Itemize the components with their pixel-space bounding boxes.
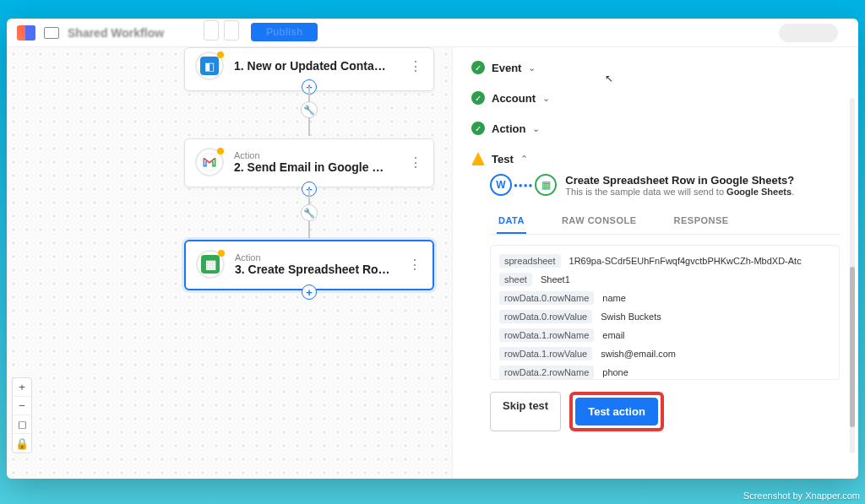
node-title: 3. Create Spreadsheet Ro…: [235, 263, 397, 276]
path-settings-icon[interactable]: 🔧: [301, 204, 318, 221]
app-logo-icon: [17, 25, 35, 41]
node-app-icon: [195, 148, 224, 176]
toolbar-tab[interactable]: [204, 20, 219, 41]
workflow-canvas[interactable]: ◧ 1. New or Updated Conta… ⋮ + 🔧 Action: [7, 47, 453, 479]
workflow-title: Shared Workflow: [68, 26, 164, 40]
sheets-icon: ▦: [201, 255, 220, 274]
data-row: rowData.1.rowValueswish@email.com: [499, 347, 830, 360]
section-test[interactable]: Test ⌃: [453, 144, 858, 174]
test-action-button[interactable]: Test action: [575, 398, 658, 425]
scrollbar-thumb[interactable]: [850, 267, 855, 427]
section-label: Action: [492, 122, 525, 135]
node-menu-icon[interactable]: ⋮: [407, 257, 422, 273]
section-label: Event: [492, 62, 521, 74]
tab-response[interactable]: RESPONSE: [672, 209, 731, 234]
zoom-in-button[interactable]: +: [13, 378, 31, 397]
check-icon: ✓: [471, 91, 485, 105]
target-app-icon: ▦: [535, 174, 557, 196]
test-heading: Create Spreadsheet Row in Google Sheets?: [565, 174, 794, 187]
app-window: Shared Workflow Publish ◧ 1. New or Upda…: [7, 19, 858, 479]
menu-icon[interactable]: [44, 27, 59, 39]
step-config-panel: ✓ Event ⌄ ✓ Account ⌄ ✓ Action ⌄ Test ⌃: [453, 47, 858, 479]
node-menu-icon[interactable]: ⋮: [408, 154, 423, 171]
data-row: rowData.0.rowValueSwish Buckets: [499, 310, 830, 323]
chevron-down-icon: ⌄: [542, 93, 550, 104]
toggle-switch[interactable]: [779, 24, 838, 42]
data-row: sheetSheet1: [499, 273, 830, 286]
source-app-icon: W: [490, 174, 512, 196]
annotation-highlight: Test action: [569, 392, 664, 431]
tab-raw-console[interactable]: RAW CONSOLE: [560, 209, 639, 234]
primary-button[interactable]: Publish: [251, 23, 318, 41]
chevron-down-icon: ⌄: [532, 123, 540, 134]
workflow-node-action-sheets[interactable]: ▦ Action 3. Create Spreadsheet Ro… ⋮: [184, 240, 434, 290]
zoom-controls: + − ◻ 🔒: [12, 377, 32, 453]
node-title: 2. Send Email in Google …: [234, 160, 398, 174]
test-actions: Skip test Test action: [490, 392, 840, 431]
toolbar-tab[interactable]: [224, 20, 239, 41]
section-label: Account: [492, 92, 536, 105]
tab-data[interactable]: DATA: [497, 209, 526, 234]
panel-scrollbar[interactable]: [850, 98, 855, 453]
data-row: rowData.0.rowNamename: [499, 291, 830, 305]
test-section-body: W ●●●● ▦ Create Spreadsheet Row in Googl…: [453, 174, 858, 438]
check-icon: ✓: [471, 122, 485, 135]
node-app-icon: ◧: [195, 51, 224, 80]
toolbar-tabs: [204, 20, 239, 41]
node-type-label: Action: [234, 150, 398, 160]
node-type-label: Action: [235, 252, 397, 263]
node-title: 1. New or Updated Conta…: [234, 59, 398, 73]
zoom-out-button[interactable]: −: [13, 397, 31, 415]
check-icon: ✓: [471, 61, 485, 74]
app-icon: ◧: [200, 57, 219, 75]
data-row: rowData.1.rowNameemail: [499, 328, 830, 342]
path-settings-icon[interactable]: 🔧: [301, 101, 318, 118]
skip-test-button[interactable]: Skip test: [490, 392, 561, 431]
data-row: spreadsheet1R69pa-SCdr5EUhFnFwqf4gvctbPH…: [499, 254, 830, 268]
app-chain-icon: W ●●●● ▦: [490, 174, 557, 196]
chevron-down-icon: ⌄: [528, 62, 536, 73]
node-menu-icon[interactable]: ⋮: [408, 58, 423, 74]
warning-icon: [471, 152, 485, 165]
section-account[interactable]: ✓ Account ⌄: [453, 83, 858, 113]
section-action[interactable]: ✓ Action ⌄: [453, 113, 858, 144]
data-preview[interactable]: spreadsheet1R69pa-SCdr5EUhFnFwqf4gvctbPH…: [490, 245, 840, 380]
chevron-up-icon: ⌃: [520, 154, 528, 165]
workflow-node-action-email[interactable]: Action 2. Send Email in Google … ⋮: [184, 138, 434, 187]
gmail-icon: [200, 153, 219, 171]
test-subheading: This is the sample data we will send to …: [565, 187, 794, 197]
section-label: Test: [492, 153, 514, 165]
screenshot-credit: Screenshot by Xnapper.com: [743, 490, 860, 501]
zoom-lock-icon[interactable]: 🔒: [13, 434, 31, 453]
add-step-button[interactable]: +: [302, 285, 317, 300]
data-row: rowData.2.rowNamephone: [499, 366, 830, 379]
test-tabs: DATA RAW CONSOLE RESPONSE: [490, 209, 840, 235]
topbar: Shared Workflow Publish: [7, 19, 858, 47]
section-event[interactable]: ✓ Event ⌄: [453, 52, 858, 83]
node-app-icon: ▦: [196, 250, 225, 279]
zoom-box-icon[interactable]: ◻: [13, 415, 31, 434]
